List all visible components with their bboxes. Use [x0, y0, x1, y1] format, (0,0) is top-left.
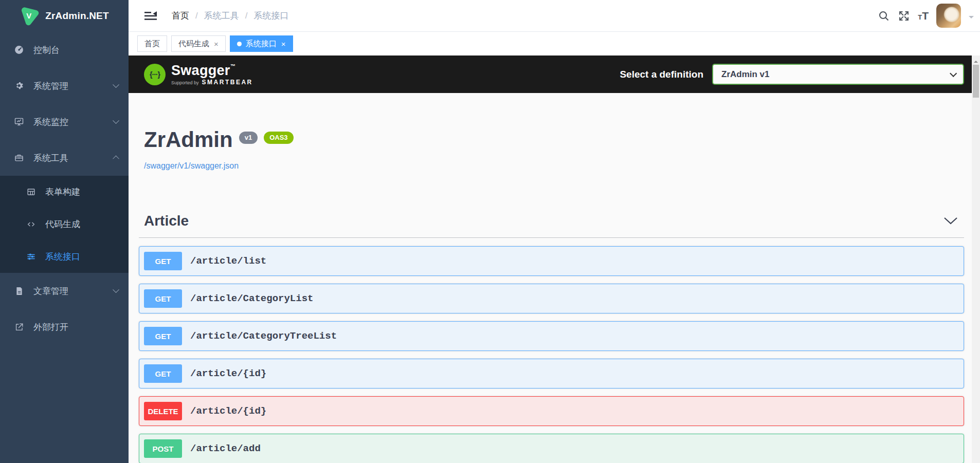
breadcrumb: 首页 / 系统工具 / 系统接口 — [172, 10, 288, 22]
navbar-actions: TT — [878, 4, 980, 28]
sidebar-item-dashboard[interactable]: 控制台 — [0, 32, 129, 68]
sidebar-item-system-api[interactable]: 系统接口 — [0, 240, 129, 273]
sidebar-item-external-open[interactable]: 外部打开 — [0, 309, 129, 345]
sidebar: V ZrAdmin.NET 控制台 系统管理 — [0, 0, 129, 463]
breadcrumb-system-tools: 系统工具 — [204, 10, 239, 22]
select-definition-label: Select a definition — [620, 69, 703, 80]
endpoint-row[interactable]: GET /article/{id} — [139, 359, 964, 388]
app-title: ZrAdmin.NET — [45, 10, 109, 22]
chevron-down-icon — [113, 81, 119, 88]
dashboard-icon — [13, 45, 25, 55]
breadcrumb-system-api: 系统接口 — [253, 10, 288, 22]
endpoint-path: /article/add — [190, 443, 261, 454]
version-badge: v1 — [239, 132, 258, 144]
endpoint-list: GET /article/list GET /article/CategoryL… — [139, 246, 964, 463]
breadcrumb-home[interactable]: 首页 — [172, 10, 189, 22]
sidebar-submenu-tools: 表单构建 代码生成 系统接口 — [0, 176, 129, 273]
sidebar-item-label: 控制台 — [33, 44, 60, 56]
swagger-wordmark: Swagger™ — [171, 64, 253, 78]
chevron-down-icon — [950, 69, 957, 77]
app-window: V ZrAdmin.NET 控制台 系统管理 — [0, 0, 980, 463]
vertical-scrollbar[interactable] — [972, 55, 980, 463]
external-link-icon — [13, 322, 25, 332]
method-badge: POST — [144, 439, 182, 458]
document-icon — [13, 286, 25, 296]
method-badge: GET — [144, 364, 182, 383]
tab-home[interactable]: 首页 — [137, 35, 167, 52]
sidebar-item-system-tools[interactable]: 系统工具 — [0, 140, 129, 176]
api-title: ZrAdmin — [144, 128, 233, 152]
swagger-page: {···} Swagger™ Supported by SMARTBEAR Se… — [129, 55, 972, 463]
sidebar-item-label: 表单构建 — [45, 186, 80, 198]
method-badge: DELETE — [144, 402, 182, 420]
sidebar-item-system-mgmt[interactable]: 系统管理 — [0, 68, 129, 104]
definition-select-value: ZrAdmin v1 — [721, 69, 770, 80]
gear-icon — [13, 81, 25, 91]
table-icon — [25, 187, 37, 197]
endpoint-row[interactable]: DELETE /article/{id} — [139, 396, 964, 426]
user-menu-caret-icon[interactable] — [969, 16, 974, 21]
font-size-small-letter: T — [918, 13, 922, 21]
sidebar-item-label: 系统工具 — [33, 152, 68, 164]
chevron-up-icon — [113, 155, 119, 162]
toolbox-icon — [13, 153, 25, 163]
section-header[interactable]: Article — [139, 210, 964, 238]
method-badge: GET — [144, 327, 182, 345]
fullscreen-icon[interactable] — [898, 10, 910, 22]
endpoint-row[interactable]: GET /article/CategoryList — [139, 284, 964, 313]
svg-text:V: V — [26, 11, 31, 20]
scrollbar-thumb[interactable] — [973, 65, 979, 98]
sidebar-item-label: 系统管理 — [33, 80, 68, 92]
chevron-down-icon[interactable] — [943, 217, 958, 225]
sidebar-item-label: 文章管理 — [33, 285, 68, 297]
sidebar-collapse-icon[interactable] — [144, 11, 157, 21]
sidebar-item-label: 系统监控 — [33, 116, 68, 128]
swagger-logo-icon: {···} — [144, 64, 166, 85]
tab-close-icon[interactable]: × — [281, 40, 286, 48]
endpoint-row[interactable]: POST /article/add — [139, 434, 964, 463]
endpoint-path: /article/{id} — [190, 405, 266, 417]
swagger-logo: {···} Swagger™ Supported by SMARTBEAR — [144, 64, 253, 85]
font-size-large-letter: T — [922, 10, 929, 22]
method-badge: GET — [144, 252, 182, 270]
sidebar-item-form-builder[interactable]: 表单构建 — [0, 176, 129, 208]
sidebar-menu: 控制台 系统管理 系统监控 系统工具 — [0, 32, 129, 345]
chevron-down-icon — [113, 117, 119, 124]
tab-close-icon[interactable]: × — [214, 40, 219, 48]
top-navbar: 首页 / 系统工具 / 系统接口 TT — [129, 0, 980, 32]
tab-code-gen[interactable]: 代码生成 × — [171, 35, 226, 52]
app-logo-icon: V — [20, 6, 39, 26]
sidebar-item-article-mgmt[interactable]: 文章管理 — [0, 273, 129, 309]
sliders-icon — [25, 252, 37, 262]
endpoint-row[interactable]: GET /article/CategoryTreeList — [139, 321, 964, 351]
definition-select[interactable]: ZrAdmin v1 — [712, 64, 964, 85]
sidebar-item-label: 代码生成 — [45, 218, 80, 230]
oas3-badge: OAS3 — [264, 132, 293, 144]
search-icon[interactable] — [878, 10, 890, 22]
scroll-up-arrow-icon[interactable] — [974, 59, 978, 63]
tab-system-api[interactable]: 系统接口 × — [230, 35, 293, 52]
endpoint-path: /article/{id} — [190, 368, 266, 379]
sidebar-item-label: 系统接口 — [45, 251, 80, 263]
font-size-icon[interactable]: TT — [918, 10, 929, 22]
user-avatar[interactable] — [936, 4, 961, 28]
section-title: Article — [144, 213, 189, 229]
chevron-down-icon — [113, 286, 119, 293]
api-info: ZrAdmin v1 OAS3 /swagger/v1/swagger.json — [139, 128, 964, 171]
tab-label: 系统接口 — [246, 39, 277, 49]
endpoint-path: /article/list — [190, 255, 266, 267]
supported-by-label: Supported by — [171, 81, 199, 85]
monitor-icon — [13, 117, 25, 127]
tabs-bar: 首页 代码生成 × 系统接口 × — [129, 32, 980, 55]
spec-json-link[interactable]: /swagger/v1/swagger.json — [144, 161, 239, 171]
swagger-topbar: {···} Swagger™ Supported by SMARTBEAR Se… — [129, 55, 972, 93]
app-logo[interactable]: V ZrAdmin.NET — [0, 0, 129, 32]
breadcrumb-separator: / — [195, 11, 198, 21]
endpoint-row[interactable]: GET /article/list — [139, 246, 964, 276]
sidebar-item-code-gen[interactable]: 代码生成 — [0, 208, 129, 240]
endpoint-path: /article/CategoryTreeList — [190, 330, 337, 342]
method-badge: GET — [144, 289, 182, 308]
tab-label: 代码生成 — [178, 39, 209, 49]
tab-label: 首页 — [144, 39, 160, 49]
sidebar-item-system-monitor[interactable]: 系统监控 — [0, 104, 129, 140]
